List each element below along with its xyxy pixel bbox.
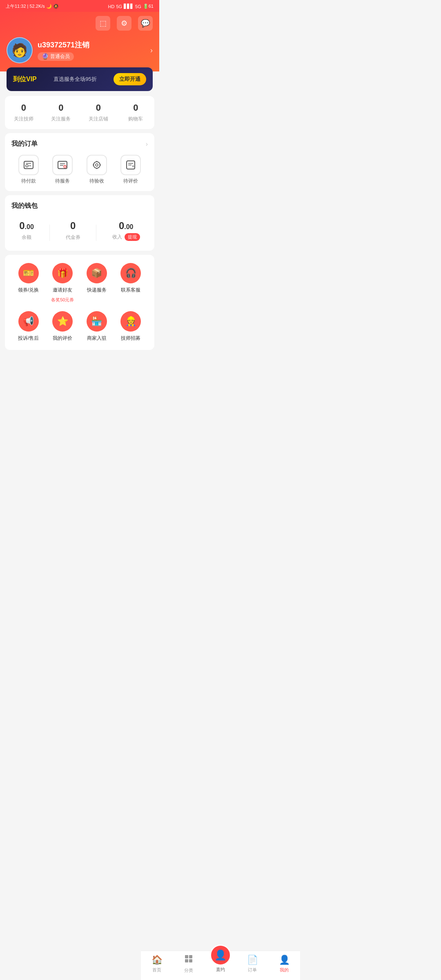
vip-title: 到位VIP <box>13 75 37 84</box>
service-invite[interactable]: 🎁 邀请好友 各奖50元券 <box>46 263 80 303</box>
vip-banner[interactable]: 到位VIP 直选服务全场95折 立即开通 <box>7 67 153 91</box>
order-pending-verify[interactable]: 待验收 <box>87 155 107 185</box>
wallet-coupon[interactable]: 0 代金券 <box>66 220 80 241</box>
wallet-divider-2 <box>96 225 96 241</box>
avatar: 🧑 <box>7 37 33 63</box>
signal-5g-2: 5G <box>135 4 141 9</box>
pending-verify-icon <box>87 155 107 175</box>
stat-technician-num: 0 <box>5 102 42 113</box>
status-bar: 上午11:32 | 52.2K/s 🌙 🔕 HD 5G ▋▋▋ 5G 🔋61 <box>0 0 159 12</box>
stats-card: 0 关注技师 0 关注服务 0 关注店铺 0 购物车 <box>5 96 154 129</box>
express-icon: 📦 <box>87 263 107 283</box>
wallet-income-label: 收入 <box>112 234 122 241</box>
orders-header: 我的订单 › <box>11 140 148 148</box>
recruit-label: 技师招募 <box>121 335 140 342</box>
wallet-section: 我的钱包 0.00 余额 0 代金券 0.00 收入 提现 <box>5 195 154 251</box>
pending-service-label: 待服务 <box>55 178 70 185</box>
wallet-title: 我的钱包 <box>11 202 38 210</box>
svg-rect-0 <box>24 161 33 169</box>
pending-service-icon <box>52 155 73 175</box>
merchant-icon: 🏪 <box>87 311 107 332</box>
support-label: 联系客服 <box>121 287 140 294</box>
wallet-income[interactable]: 0.00 收入 提现 <box>112 220 140 241</box>
wallet-coupon-label: 代金券 <box>66 234 80 240</box>
service-coupon[interactable]: 🎫 领券/兑换 <box>11 263 46 303</box>
service-recruit[interactable]: 👷 技师招募 <box>114 311 148 342</box>
member-badge: 🔮 普通会员 <box>38 52 74 61</box>
signal-bar: ▋▋▋ <box>124 4 134 9</box>
recruit-icon: 👷 <box>120 311 141 332</box>
vip-desc: 直选服务全场95折 <box>53 76 96 83</box>
services-grid: 🎫 领券/兑换 🎁 邀请好友 各奖50元券 📦 快递服务 🎧 联系客服 📢 投诉… <box>11 263 148 342</box>
invite-icon: 🎁 <box>52 263 73 283</box>
hd-badge: HD <box>108 4 114 9</box>
username: u39372571注销 <box>38 40 145 50</box>
settings-icon[interactable]: ⚙ <box>117 16 131 31</box>
order-pending-pay[interactable]: 待付款 <box>18 155 39 185</box>
pending-verify-label: 待验收 <box>89 178 104 185</box>
coupon-icon: 🎫 <box>18 263 39 283</box>
pending-review-icon <box>120 155 141 175</box>
svg-point-9 <box>94 162 100 168</box>
service-complaint[interactable]: 📢 投诉/售后 <box>11 311 46 342</box>
express-label: 快递服务 <box>87 287 107 294</box>
wallet-divider-1 <box>49 225 50 241</box>
stat-cart-label: 购物车 <box>128 116 143 122</box>
user-section[interactable]: 🧑 u39372571注销 🔮 普通会员 › <box>7 37 153 63</box>
wallet-header: 我的钱包 <box>11 202 148 210</box>
stat-shop[interactable]: 0 关注店铺 <box>80 102 117 122</box>
orders-grid: 待付款 待服务 <box>11 155 148 185</box>
user-chevron[interactable]: › <box>150 46 153 55</box>
orders-title: 我的订单 <box>11 140 38 148</box>
scan-icon[interactable]: ⬚ <box>96 16 110 31</box>
member-type: 普通会员 <box>50 53 70 60</box>
wallet-balance-num: 0.00 <box>19 220 34 232</box>
complaint-label: 投诉/售后 <box>18 335 39 342</box>
service-review[interactable]: ⭐ 我的评价 <box>46 311 80 342</box>
stat-cart[interactable]: 0 购物车 <box>117 102 155 122</box>
status-time: 上午11:32 | 52.2K/s 🌙 🔕 <box>6 3 59 9</box>
wallet-row: 0.00 余额 0 代金券 0.00 收入 提现 <box>11 217 148 244</box>
svg-point-2 <box>26 165 28 167</box>
wallet-coupon-num: 0 <box>66 220 80 232</box>
review-label: 我的评价 <box>53 335 72 342</box>
pending-pay-label: 待付款 <box>21 178 36 185</box>
services-section: 🎫 领券/兑换 🎁 邀请好友 各奖50元券 📦 快递服务 🎧 联系客服 📢 投诉… <box>5 255 154 350</box>
wallet-balance-label: 余额 <box>22 234 31 240</box>
pending-review-label: 待评价 <box>123 178 138 185</box>
complaint-icon: 📢 <box>18 311 39 332</box>
stat-technician[interactable]: 0 关注技师 <box>5 102 42 122</box>
review-icon: ⭐ <box>52 311 73 332</box>
wallet-income-num: 0.00 <box>112 220 140 232</box>
stat-shop-label: 关注店铺 <box>89 116 108 122</box>
pending-pay-icon <box>18 155 39 175</box>
coupon-label: 领券/兑换 <box>18 287 39 294</box>
invite-label: 邀请好友 <box>53 287 72 294</box>
stat-shop-num: 0 <box>80 102 117 113</box>
service-merchant[interactable]: 🏪 商家入驻 <box>80 311 114 342</box>
header-icons: ⬚ ⚙ 💬 <box>7 16 153 31</box>
service-express[interactable]: 📦 快递服务 <box>80 263 114 303</box>
vip-activate-button[interactable]: 立即开通 <box>114 73 146 85</box>
battery: 🔋61 <box>143 4 154 9</box>
status-right: HD 5G ▋▋▋ 5G 🔋61 <box>108 4 154 9</box>
service-support[interactable]: 🎧 联系客服 <box>114 263 148 303</box>
support-icon: 🎧 <box>120 263 141 283</box>
order-pending-review[interactable]: 待评价 <box>120 155 141 185</box>
stat-service[interactable]: 0 关注服务 <box>42 102 80 122</box>
message-icon[interactable]: 💬 <box>138 16 153 31</box>
member-icon: 🔮 <box>42 53 49 60</box>
merchant-label: 商家入驻 <box>87 335 107 342</box>
stat-cart-num: 0 <box>117 102 155 113</box>
wallet-income-label-row: 收入 提现 <box>112 233 140 241</box>
orders-section: 我的订单 › 待付款 <box>5 133 154 191</box>
user-info: u39372571注销 🔮 普通会员 <box>38 40 145 61</box>
withdraw-button[interactable]: 提现 <box>125 233 140 241</box>
orders-arrow[interactable]: › <box>146 140 148 148</box>
stat-service-label: 关注服务 <box>51 116 71 122</box>
order-pending-service[interactable]: 待服务 <box>52 155 73 185</box>
wallet-balance[interactable]: 0.00 余额 <box>19 220 34 241</box>
svg-point-10 <box>96 164 98 166</box>
signal-5g: 5G <box>116 4 122 9</box>
stat-technician-label: 关注技师 <box>14 116 33 122</box>
